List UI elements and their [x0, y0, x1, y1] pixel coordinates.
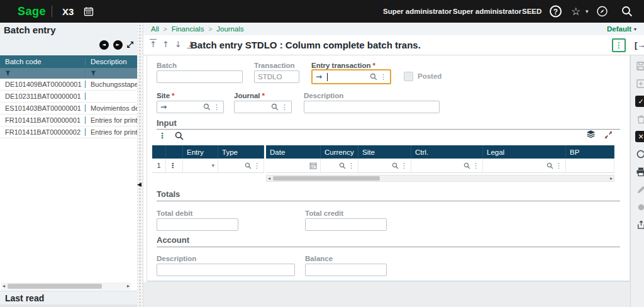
left-panel-horizontal-scrollbar[interactable]: ◂ ▸	[1, 282, 131, 290]
scrollbar-thumb[interactable]	[273, 176, 380, 181]
lookup-icon[interactable]	[370, 73, 377, 81]
grid-header-legal[interactable]: Legal	[483, 145, 566, 159]
dropdown-caret-icon[interactable]: ▾	[211, 162, 214, 169]
previous-page-icon[interactable]: ↑	[162, 40, 169, 49]
page-actions-menu-button[interactable]: ⋮	[612, 38, 626, 52]
print-icon[interactable]	[635, 166, 644, 177]
record-code[interactable]: FR101411BAT00000001	[0, 116, 86, 124]
next-page-icon[interactable]: ↓	[175, 40, 182, 49]
transaction-field[interactable]: STDLO	[254, 70, 299, 83]
grid-header-currency[interactable]: Currency	[321, 145, 358, 159]
record-code[interactable]: ES101403BAT00000001	[0, 104, 86, 112]
scroll-right-icon[interactable]: ▸	[127, 283, 130, 289]
last-read-section[interactable]: Last read	[0, 291, 137, 304]
grid-menu-icon[interactable]: ⋮	[158, 131, 166, 140]
scroll-right-icon[interactable]: ▸	[610, 176, 613, 181]
lookup-icon[interactable]	[464, 162, 470, 169]
search-icon[interactable]	[621, 6, 633, 17]
breadcrumb-financials[interactable]: Financials	[172, 25, 204, 33]
sage-logo[interactable]: Sage	[18, 5, 46, 18]
first-record-icon[interactable]: ↑	[150, 40, 157, 49]
posted-checkbox[interactable]	[404, 72, 413, 81]
lookup-icon[interactable]	[339, 162, 346, 169]
scrollbar-thumb[interactable]	[8, 284, 102, 289]
collapse-panel-icon[interactable]: ◀	[137, 181, 142, 187]
lookup-icon[interactable]	[245, 162, 252, 169]
total-debit-field[interactable]	[157, 218, 238, 231]
lookup-icon[interactable]	[203, 103, 211, 111]
grid-row-menu-cell[interactable]: ⋮	[166, 159, 183, 173]
record-row[interactable]: DE102311BAT00000001	[0, 91, 137, 103]
filter-funnel-icon[interactable]	[86, 70, 137, 76]
create-check-icon[interactable]: ✓	[635, 96, 644, 107]
jump-arrow-icon[interactable]: →	[316, 72, 322, 81]
record-desc[interactable]: Movimientos de c	[86, 104, 137, 112]
breadcrumb-journals[interactable]: Journals	[216, 25, 243, 33]
entry-transaction-field[interactable]: → ⋮	[311, 69, 391, 84]
field-options-icon[interactable]: ⋮	[348, 162, 355, 169]
field-options-icon[interactable]: ⋮	[213, 104, 220, 111]
grid-header-ctrl[interactable]: Ctrl.	[411, 145, 483, 159]
favorites-caret-icon[interactable]: ▾	[586, 8, 589, 14]
view-selector[interactable]: Default ▾	[607, 25, 636, 33]
next-record-icon[interactable]: ►	[113, 40, 123, 50]
account-description-field[interactable]	[157, 264, 295, 276]
cancel-cross-icon[interactable]: ✕	[635, 131, 644, 142]
grid-search-icon[interactable]	[175, 131, 184, 140]
calendar-icon[interactable]	[84, 6, 94, 16]
field-options-icon[interactable]: ⋮	[253, 162, 260, 169]
batch-field[interactable]	[157, 70, 243, 83]
grid-header-site[interactable]: Site	[358, 145, 411, 159]
record-desc[interactable]: Entries for printin	[86, 128, 137, 136]
site-cell[interactable]: ⋮	[358, 159, 411, 173]
user-menu-1[interactable]: Super administrator	[383, 8, 452, 15]
record-row[interactable]: FR101411BAT00000001 Entries for printin	[0, 114, 137, 126]
view-selector-label[interactable]: Default	[607, 25, 631, 33]
column-header-batch-code[interactable]: Batch code	[0, 58, 86, 65]
lookup-icon[interactable]	[271, 103, 279, 111]
expand-panel-icon[interactable]: ⤢	[127, 40, 133, 50]
ctrl-cell[interactable]: ⋮	[411, 159, 483, 173]
endpoint-selector[interactable]: SEED	[522, 8, 541, 15]
field-options-icon[interactable]: ⋮	[555, 162, 562, 169]
grid-horizontal-scrollbar[interactable]: ◂ ▸	[266, 175, 614, 182]
jump-arrow-icon[interactable]: →	[160, 103, 167, 111]
legal-cell[interactable]: ⋮	[483, 159, 566, 173]
open-right-panel-icon[interactable]: [→	[635, 40, 644, 50]
grid-header-bp[interactable]: BP	[566, 145, 614, 159]
user-menu-2[interactable]: Super administrator	[453, 8, 521, 15]
breadcrumb-all[interactable]: All	[151, 25, 159, 33]
bp-cell[interactable]	[566, 159, 614, 173]
field-options-icon[interactable]: ⋮	[380, 74, 387, 81]
navigation-compass-icon[interactable]	[596, 6, 608, 18]
grid-fullscreen-icon[interactable]	[604, 130, 613, 142]
field-options-icon[interactable]: ⋮	[401, 162, 408, 169]
record-row[interactable]: DE101409BAT00000001 Buchungsstapel E	[0, 79, 137, 91]
entry-cell[interactable]: ▾	[183, 159, 218, 173]
grid-header-date[interactable]: Date	[266, 145, 321, 159]
grid-levels-icon[interactable]	[586, 130, 596, 142]
record-code[interactable]: DE101409BAT00000001	[0, 81, 86, 88]
total-credit-field[interactable]	[305, 218, 387, 231]
refresh-icon[interactable]	[635, 148, 644, 160]
share-export-icon[interactable]	[635, 219, 644, 230]
calendar-picker-icon[interactable]	[309, 162, 317, 169]
description-field[interactable]	[304, 101, 440, 113]
field-options-icon[interactable]: ⋮	[472, 162, 479, 169]
record-row[interactable]: ES101403BAT00000001 Movimientos de c	[0, 103, 137, 114]
balance-field[interactable]	[305, 264, 387, 276]
record-desc[interactable]: Buchungsstapel E	[86, 81, 137, 88]
grid-header-type[interactable]: Type	[218, 145, 264, 159]
panel-splitter[interactable]: ◀	[137, 23, 143, 307]
currency-cell[interactable]: ⋮	[321, 159, 358, 173]
scroll-left-icon[interactable]: ◂	[268, 176, 270, 181]
journal-field[interactable]: ⋮	[234, 101, 292, 113]
previous-record-icon[interactable]: ◄	[99, 40, 109, 50]
grid-header-entry[interactable]: Entry	[183, 145, 218, 159]
type-cell[interactable]: ⋮	[218, 159, 264, 173]
record-row[interactable]: FR101411BAT00000002 Entries for printin	[0, 126, 137, 138]
favorites-star-icon[interactable]: ☆	[571, 5, 580, 18]
filter-funnel-icon[interactable]	[0, 70, 86, 76]
lookup-icon[interactable]	[547, 162, 553, 169]
help-icon[interactable]: ?	[550, 6, 562, 18]
